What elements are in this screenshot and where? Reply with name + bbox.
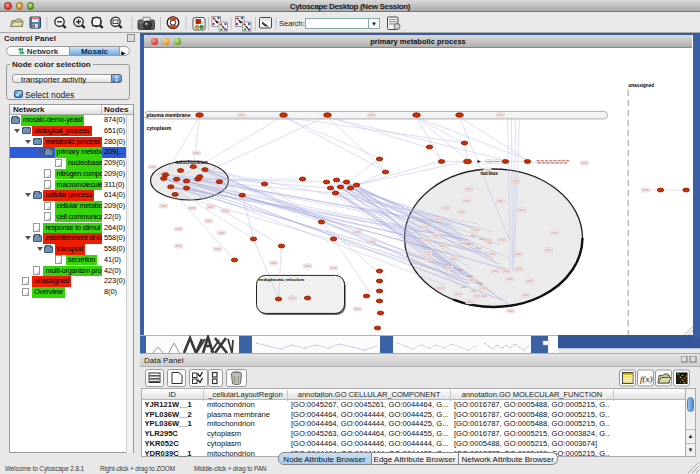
svg-text:plasma membrane: plasma membrane	[146, 112, 190, 118]
svg-text:f(x): f(x)	[640, 374, 653, 384]
svg-text:mitochondrion: mitochondrion	[175, 160, 207, 165]
svg-text:cytoplasm: cytoplasm	[146, 125, 171, 131]
svg-text:endoplasmic reticulum: endoplasmic reticulum	[258, 277, 304, 282]
svg-text:unassigned: unassigned	[628, 83, 654, 88]
svg-text:nucleus: nucleus	[480, 171, 498, 176]
